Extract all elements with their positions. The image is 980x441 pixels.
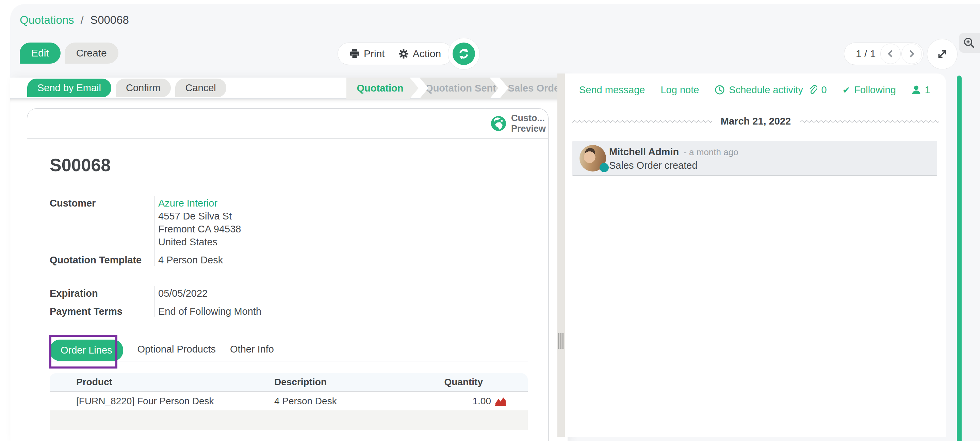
check-icon: ✔ [843, 85, 850, 95]
expiration-label: Expiration [50, 285, 154, 300]
breadcrumb: Quotations / S00068 [20, 14, 129, 27]
print-action-pill: Print [337, 43, 453, 65]
clock-icon [714, 85, 725, 95]
customer-address-line: 4557 De Silva St [158, 210, 528, 223]
customer-preview-label: Custo... Preview [511, 113, 546, 134]
person-icon [912, 85, 921, 95]
refresh-button[interactable] [448, 38, 480, 70]
field-expiration: Expiration 05/05/2022 [50, 285, 528, 300]
customer-value-link[interactable]: Azure Interior [158, 197, 528, 210]
attachments-count: 0 [821, 84, 827, 96]
confirm-button[interactable]: Confirm [116, 79, 171, 97]
stage-quotation[interactable]: Quotation [347, 78, 418, 99]
followers-count: 1 [925, 84, 930, 96]
create-button[interactable]: Create [65, 43, 118, 64]
chevron-left-icon [886, 50, 894, 58]
print-button[interactable]: Print [350, 48, 385, 60]
paperclip-icon [808, 85, 817, 95]
table-header-row: Product Description Quantity [50, 373, 528, 392]
expiration-value[interactable]: 05/05/2022 [154, 285, 528, 300]
expand-button[interactable] [927, 39, 958, 69]
table-empty-row[interactable] [50, 411, 528, 430]
cell-quantity: 1.00 [473, 396, 492, 407]
print-label: Print [364, 48, 385, 60]
statusbar-buttons: Send by Email Confirm Cancel [27, 79, 226, 97]
breadcrumb-current: S00068 [90, 14, 129, 26]
status-bar: Send by Email Confirm Cancel Quotation Q… [10, 78, 568, 99]
refresh-icon [453, 43, 475, 65]
field-quotation-template: Quotation Template 4 Person Desk [50, 252, 528, 266]
field-group-terms: Expiration 05/05/2022 Payment Terms End … [50, 285, 528, 318]
breadcrumb-quotations-link[interactable]: Quotations [20, 14, 74, 26]
stage-quotation-sent[interactable]: Quotation Sent [420, 78, 498, 99]
printer-icon [350, 49, 360, 59]
message-author[interactable]: Mitchell Admin [609, 146, 679, 158]
control-panel-buttons: Edit Create [20, 43, 118, 64]
pager-count: 1 / 1 [856, 48, 880, 60]
online-status-dot [600, 163, 609, 172]
expand-arrows-icon [936, 48, 949, 60]
following-button[interactable]: ✔ Following [843, 84, 896, 96]
cancel-button[interactable]: Cancel [175, 79, 226, 97]
schedule-activity-button[interactable]: Schedule activity [714, 84, 803, 96]
attachments-button[interactable]: 0 [808, 84, 827, 96]
tab-other-info[interactable]: Other Info [230, 344, 274, 361]
schedule-activity-label: Schedule activity [729, 84, 803, 96]
action-label: Action [413, 48, 441, 60]
stage-pipeline: Quotation Quotation Sent Sales Order [345, 78, 568, 99]
magnifier-plus-icon [963, 37, 975, 49]
customer-address-line: United States [158, 236, 528, 248]
breadcrumb-separator: / [81, 14, 84, 26]
chevron-right-icon [907, 50, 916, 58]
customer-label: Customer [50, 195, 154, 248]
customer-address-line: Fremont CA 94538 [158, 223, 528, 236]
table-row[interactable]: [FURN_8220] Four Person Desk 4 Person De… [50, 392, 528, 411]
payment-terms-value[interactable]: End of Following Month [154, 303, 528, 318]
field-payment-terms: Payment Terms End of Following Month [50, 303, 528, 318]
gear-icon [398, 49, 409, 59]
chatter-scrollbar-thumb[interactable] [957, 76, 962, 441]
message-timestamp: - a month ago [684, 147, 738, 158]
tab-optional-products[interactable]: Optional Products [137, 344, 216, 361]
notebook-tabs: Order Lines Optional Products Other Info [50, 340, 528, 361]
cell-product: [FURN_8220] Four Person Desk [50, 396, 274, 407]
zigzag-line [572, 119, 712, 124]
pager-next-button[interactable] [901, 43, 922, 64]
send-message-button[interactable]: Send message [579, 84, 645, 96]
avatar[interactable] [579, 145, 606, 172]
field-group-main: Customer Azure Interior 4557 De Silva St… [50, 195, 528, 266]
chatter-panel: Send message Log note Schedule activity [565, 73, 946, 437]
column-header-quantity[interactable]: Quantity [427, 377, 528, 388]
pager-previous-button[interactable] [880, 43, 901, 64]
customer-preview-button[interactable]: Custo... Preview [485, 108, 548, 139]
odoo-quotation-screen: Quotations / S00068 Edit Create Print [0, 0, 980, 441]
order-lines-table: Product Description Quantity [FURN_8220]… [50, 373, 528, 430]
send-by-email-button[interactable]: Send by Email [27, 79, 111, 97]
zigzag-line [800, 119, 939, 124]
cell-description: 4 Person Desk [274, 396, 427, 407]
payment-terms-label: Payment Terms [50, 303, 154, 318]
area-chart-icon[interactable] [495, 396, 507, 407]
edit-button[interactable]: Edit [20, 43, 60, 64]
column-header-product[interactable]: Product [50, 377, 274, 388]
field-customer: Customer Azure Interior 4557 De Silva St… [50, 195, 528, 248]
chatter-message[interactable]: Mitchell Admin - a month ago Sales Order… [572, 141, 937, 176]
log-note-button[interactable]: Log note [660, 84, 699, 96]
column-header-description[interactable]: Description [274, 377, 427, 388]
action-button[interactable]: Action [398, 48, 441, 60]
message-body: Sales Order created [609, 160, 698, 171]
splitter-grip-icon [558, 333, 563, 349]
form-body: Custo... Preview S00068 Customer Azure I… [10, 99, 568, 441]
date-separator-label: March 21, 2022 [721, 116, 791, 127]
form-panel: Send by Email Confirm Cancel Quotation Q… [10, 78, 568, 441]
followers-button[interactable]: 1 [912, 84, 930, 96]
sheet-banner: Custo... Preview [27, 108, 548, 139]
zoom-tool-button[interactable] [959, 33, 980, 53]
quotation-sheet: Custo... Preview S00068 Customer Azure I… [27, 108, 549, 441]
document-number: S00068 [50, 155, 528, 175]
panel-splitter[interactable] [557, 73, 565, 437]
quotation-template-value[interactable]: 4 Person Desk [154, 252, 528, 266]
globe-icon [491, 116, 506, 131]
tab-order-lines[interactable]: Order Lines [50, 340, 123, 361]
quotation-template-label: Quotation Template [50, 252, 154, 266]
